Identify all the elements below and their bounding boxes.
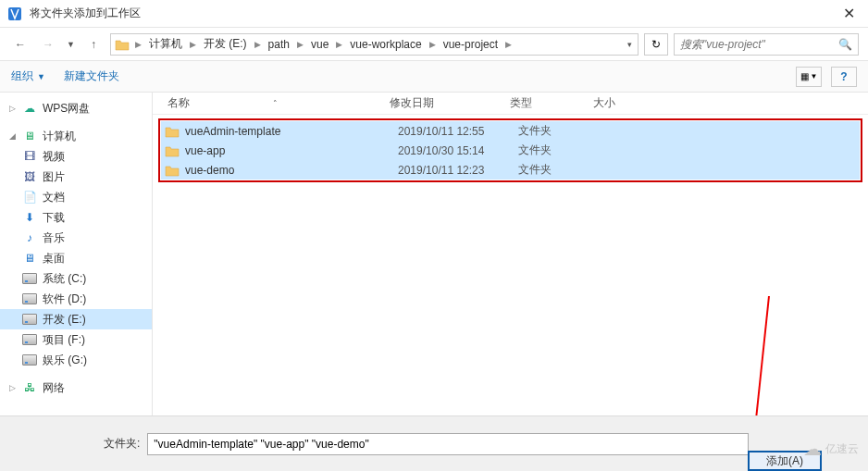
breadcrumb-item[interactable]: vue-workplace (346, 38, 425, 51)
window-title: 将文件夹添加到工作区 (30, 6, 837, 21)
path-dropdown-icon[interactable]: ▾ (626, 40, 634, 49)
chevron-right-icon[interactable]: ▶ (295, 40, 305, 49)
column-headers[interactable]: 名称˄ 修改日期 类型 大小 (153, 93, 868, 115)
view-mode-button[interactable]: ▦▼ (796, 67, 822, 87)
sidebar-item-videos[interactable]: 🎞视频 (0, 146, 152, 167)
sidebar-item-music[interactable]: ♪音乐 (0, 228, 152, 248)
sidebar-item-drive-d[interactable]: 软件 (D:) (0, 289, 152, 309)
new-folder-button[interactable]: 新建文件夹 (64, 68, 119, 84)
organize-menu[interactable]: 组织 ▼ (11, 68, 45, 84)
chevron-right-icon[interactable]: ▶ (133, 40, 143, 49)
sidebar-item-documents[interactable]: 📄文档 (0, 187, 152, 207)
folder-icon (165, 164, 180, 177)
chevron-right-icon[interactable]: ▶ (503, 40, 514, 49)
app-icon (7, 6, 22, 21)
file-name: vueAdmin-template (185, 125, 398, 138)
sidebar-item-drive-c[interactable]: 系统 (C:) (0, 268, 152, 289)
file-date: 2019/10/30 15:14 (398, 144, 518, 157)
sidebar: ▷☁WPS网盘 ◢🖥计算机 🎞视频 🖼图片 📄文档 ⬇下载 ♪音乐 🖥桌面 系统… (0, 93, 153, 416)
sidebar-item-desktop[interactable]: 🖥桌面 (0, 248, 152, 268)
file-name: vue-app (185, 144, 398, 157)
back-button[interactable]: ← (9, 33, 31, 56)
sidebar-item-downloads[interactable]: ⬇下载 (0, 207, 152, 228)
folder-icon (165, 144, 180, 157)
file-type: 文件夹 (518, 123, 601, 139)
file-type: 文件夹 (518, 162, 601, 178)
sidebar-item-computer[interactable]: ◢🖥计算机 (0, 126, 152, 146)
column-size[interactable]: 大小 (593, 95, 667, 111)
sidebar-item-drive-e[interactable]: 开发 (E:) (0, 309, 152, 329)
search-icon[interactable]: 🔍 (838, 38, 852, 51)
folder-name-input[interactable] (147, 433, 749, 455)
help-button[interactable]: ? (831, 67, 857, 87)
sidebar-item-pictures[interactable]: 🖼图片 (0, 167, 152, 187)
file-type: 文件夹 (518, 143, 601, 158)
breadcrumb-item[interactable]: 开发 (E:) (200, 36, 251, 52)
selection-highlight: vueAdmin-template 2019/10/11 12:55 文件夹 v… (158, 118, 862, 182)
table-row[interactable]: vue-app 2019/10/30 15:14 文件夹 (161, 141, 860, 160)
footer: 文件夹: 添加(A) (0, 415, 868, 471)
sidebar-item-network[interactable]: ▷🖧网络 (0, 378, 152, 398)
main-area: ▷☁WPS网盘 ◢🖥计算机 🎞视频 🖼图片 📄文档 ⬇下载 ♪音乐 🖥桌面 系统… (0, 93, 868, 416)
chevron-right-icon[interactable]: ▶ (188, 40, 198, 49)
add-button[interactable]: 添加(A) (748, 451, 822, 471)
chevron-right-icon[interactable]: ▶ (428, 40, 438, 49)
navbar: ← → ▼ ↑ ▶ 计算机 ▶ 开发 (E:) ▶ path ▶ vue ▶ v… (0, 28, 868, 61)
search-field[interactable] (680, 38, 838, 51)
sidebar-item-wps[interactable]: ▷☁WPS网盘 (0, 98, 152, 118)
sidebar-item-drive-g[interactable]: 娱乐 (G:) (0, 350, 152, 370)
file-list: 名称˄ 修改日期 类型 大小 vueAdmin-template 2019/10… (153, 93, 868, 416)
breadcrumb[interactable]: ▶ 计算机 ▶ 开发 (E:) ▶ path ▶ vue ▶ vue-workp… (110, 33, 639, 56)
table-row[interactable]: vue-demo 2019/10/11 12:23 文件夹 (161, 160, 860, 180)
refresh-button[interactable]: ↻ (644, 33, 668, 56)
sidebar-item-drive-f[interactable]: 项目 (F:) (0, 329, 152, 350)
history-dropdown-icon[interactable]: ▼ (65, 40, 77, 49)
chevron-right-icon[interactable]: ▶ (253, 40, 263, 49)
folder-label: 文件夹: (11, 436, 140, 452)
folder-icon (165, 125, 180, 138)
column-type[interactable]: 类型 (510, 95, 593, 111)
titlebar: 将文件夹添加到工作区 ✕ (0, 0, 868, 28)
table-row[interactable]: vueAdmin-template 2019/10/11 12:55 文件夹 (161, 121, 860, 141)
sort-indicator-icon: ˄ (273, 99, 278, 108)
forward-button[interactable]: → (37, 33, 59, 56)
folder-icon (115, 37, 130, 52)
column-name[interactable]: 名称 (167, 95, 190, 111)
breadcrumb-item[interactable]: 计算机 (145, 36, 186, 52)
breadcrumb-item[interactable]: vue (307, 38, 332, 51)
close-icon[interactable]: ✕ (837, 5, 861, 22)
toolbar: 组织 ▼ 新建文件夹 ▦▼ ? (0, 61, 868, 93)
file-name: vue-demo (185, 164, 398, 177)
chevron-right-icon[interactable]: ▶ (334, 40, 344, 49)
breadcrumb-item[interactable]: vue-project (440, 38, 502, 51)
search-input[interactable]: 🔍 (674, 33, 859, 56)
breadcrumb-item[interactable]: path (265, 38, 293, 51)
file-date: 2019/10/11 12:55 (398, 125, 518, 138)
file-date: 2019/10/11 12:23 (398, 164, 518, 177)
column-date[interactable]: 修改日期 (390, 95, 510, 111)
up-button[interactable]: ↑ (82, 33, 105, 56)
